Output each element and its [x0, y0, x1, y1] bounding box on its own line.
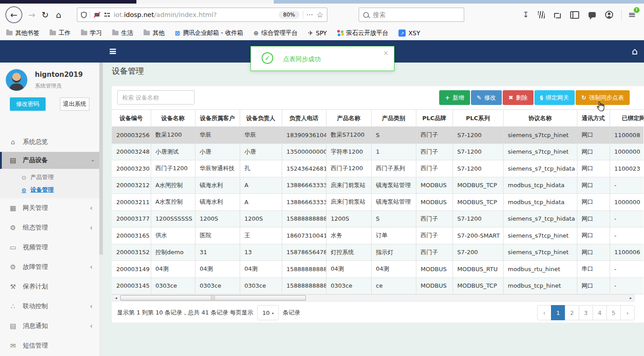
table-row[interactable]: 200003230西门子1200华辰智通科技孔15243642681西门子120… — [112, 160, 644, 177]
page-title: 设备管理 — [112, 66, 144, 76]
account-icon[interactable] — [605, 11, 613, 19]
url-text[interactable]: iot.idosp.net/admin/index.html? — [114, 11, 217, 18]
column-header[interactable]: 设备负责人 — [240, 110, 282, 127]
sidebar-item-product-management[interactable]: ⊙产品管理 — [0, 171, 99, 184]
sidebar-item-fault-management[interactable]: ⚙故障管理‹ — [0, 257, 99, 277]
page-prev-button[interactable]: ‹ — [537, 305, 551, 320]
table-row[interactable]: 2000031771200SSSSSS1200S1200S15888888888… — [112, 210, 644, 227]
bookmark-other-bookmarks[interactable]: 其他书签 — [6, 29, 39, 37]
screenshot-icon[interactable] — [554, 12, 561, 18]
table-cell: 200003152 — [112, 244, 151, 261]
sidebar-item-linkage-control[interactable]: ∴联动控制‹ — [0, 297, 99, 316]
avatar[interactable] — [5, 69, 28, 91]
scrollbar-thumb[interactable] — [99, 63, 103, 255]
scroll-left-arrow-icon[interactable]: ◂ — [113, 295, 119, 301]
horizontal-scrollbar[interactable]: ◂ ||| ▸ — [112, 294, 635, 302]
column-header[interactable]: 设备名称 — [151, 110, 195, 127]
table-cell: 数采1200 — [151, 127, 195, 144]
sidebar-scrollbar[interactable] — [99, 63, 103, 356]
bookmark-other[interactable]: 其他 — [144, 29, 165, 37]
bind-gateway-button[interactable]: §绑定网关 — [534, 90, 575, 105]
scroll-right-arrow-icon[interactable]: ▸ — [628, 295, 634, 301]
page-4-button[interactable]: 4 — [593, 305, 607, 320]
table-cell: 串口 — [577, 261, 610, 278]
browser-search-input[interactable] — [372, 11, 450, 19]
sidebar-item-product-device[interactable]: ▤产品设备› — [0, 152, 99, 169]
page-2-button[interactable]: 2 — [565, 305, 579, 320]
library-icon[interactable] — [538, 11, 545, 18]
table-row[interactable]: 200003211A水泵控制镇海水利A13886663333庶来门前泵站镇海泵站… — [112, 194, 644, 211]
page-5-button[interactable]: 5 — [606, 305, 621, 320]
pocket-icon[interactable] — [589, 12, 596, 17]
bookmark-spy[interactable]: ✈SPY — [308, 29, 326, 37]
column-header[interactable]: 负责人电话 — [282, 110, 326, 127]
button-label: 修改 — [484, 94, 496, 102]
back-button[interactable]: ← — [5, 6, 22, 23]
sidebar-item-maintenance-plan[interactable]: ⚒保养计划 — [0, 277, 99, 297]
edit-button[interactable]: ✎修改 — [471, 90, 502, 105]
column-header[interactable]: 已绑定网关 — [610, 110, 644, 127]
table-cell: modbus_rtu_hinet — [503, 261, 577, 278]
table-row[interactable]: 200003248小唐测试小唐小唐13500000000字符串12001西门子S… — [112, 143, 644, 160]
bookmark-work[interactable]: 工作 — [50, 29, 71, 37]
column-header[interactable]: 产品类别 — [371, 110, 416, 127]
add-button[interactable]: +新增 — [439, 90, 470, 105]
table-cell: 字符串1200 — [326, 143, 371, 160]
table-row[interactable]: 2000031450303ce0303ce0303ce1588888888803… — [112, 277, 644, 294]
page-actions-icon[interactable]: ⋯ — [306, 11, 314, 19]
blocked-content-icon[interactable] — [93, 12, 101, 18]
change-password-button[interactable]: 修改密码 — [10, 97, 46, 111]
bookmark-life[interactable]: 生活 — [112, 29, 133, 37]
column-header[interactable]: 设备所属客户 — [195, 110, 240, 127]
sidebar-item-gateway-management[interactable]: ▦网关管理‹ — [0, 198, 99, 218]
home-button[interactable]: ⌂ — [52, 8, 65, 21]
table-row[interactable]: 200003165供水医院王18607310041水务订单西门子S7-200-S… — [112, 227, 644, 244]
table-cell: 小唐 — [240, 143, 282, 160]
bookmark-study[interactable]: 学习 — [81, 29, 102, 37]
device-search-input[interactable] — [117, 90, 195, 105]
delete-button[interactable]: ✖删除 — [503, 90, 534, 105]
reload-button[interactable]: ↻ — [38, 8, 52, 21]
sidebar-item-configuration-management[interactable]: ⚙组态管理‹ — [0, 218, 99, 238]
sidebar-item-video-management[interactable]: ▭视频管理 — [0, 238, 99, 257]
column-header[interactable]: PLC系列 — [453, 110, 503, 127]
column-header[interactable]: PLC品牌 — [416, 110, 453, 127]
page-next-button[interactable]: › — [620, 305, 635, 320]
browser-search-box[interactable] — [359, 8, 464, 22]
table-row[interactable]: 200003256数采1200华辰华辰18390936104数采S71200S西… — [112, 127, 644, 144]
shield-icon[interactable] — [81, 12, 87, 18]
table-cell: 15888888888 — [282, 261, 326, 278]
forward-icon: → — [28, 10, 35, 20]
scrollbar-thumb[interactable]: ||| — [120, 295, 306, 301]
table-row[interactable]: 200003152控制demo311315878656478灯控系统指示灯西门子… — [112, 244, 644, 261]
sidebar-item-message-notification[interactable]: ▤消息通知‹ — [0, 316, 99, 336]
sidebar-item-sms-management[interactable]: ✉短信管理 — [0, 336, 99, 356]
page-3-button[interactable]: 3 — [579, 305, 593, 320]
sidebar-item-device-management[interactable]: ⊙设备管理 — [0, 184, 99, 196]
close-icon[interactable]: × — [383, 49, 389, 57]
sidebars-icon[interactable] — [570, 11, 579, 19]
download-icon[interactable]: ↧ — [522, 10, 529, 19]
column-header[interactable]: 设备编号 — [112, 110, 151, 127]
page-size-select[interactable]: 10 ▴ — [257, 305, 279, 320]
url-bar[interactable]: iot.idosp.net/admin/index.html? 80% ⋯ ☆ — [77, 8, 327, 22]
bookmark-star-icon[interactable]: ☆ — [317, 10, 323, 19]
table-row[interactable]: 200003212A水闸控制镇海水利A13886663333庶来门前泵站镇海泵站… — [112, 177, 644, 194]
column-header[interactable]: 产品名称 — [326, 110, 371, 127]
permissions-icon[interactable] — [104, 12, 110, 18]
column-header[interactable]: 协议名称 — [503, 110, 577, 127]
bookmark-ys7-open-platform[interactable]: 萤石云开放平台 — [337, 29, 389, 37]
zoom-level-badge[interactable]: 80% — [279, 11, 300, 19]
table-cell: 西门子 — [416, 244, 453, 261]
sidebar-item-system-overview[interactable]: ⌂系统总览 — [0, 132, 99, 152]
menu-button[interactable]: ≡ ↑ — [628, 9, 639, 20]
page-1-button[interactable]: 1 — [551, 305, 565, 320]
app-home-button[interactable]: ⌂ — [632, 46, 638, 57]
bookmark-tencent-mail[interactable]: ⊠腾讯企业邮箱 - 收件箱 — [175, 29, 243, 37]
logout-button[interactable]: 退出系统 — [60, 97, 89, 111]
forward-button[interactable]: → — [25, 8, 38, 21]
bookmark-xsy[interactable]: ↗XSY — [398, 29, 420, 37]
sidebar-toggle-button[interactable]: ≡ — [109, 46, 117, 57]
bookmark-admin-platform[interactable]: ⊕综合管理平台 — [254, 29, 298, 37]
table-row[interactable]: 20000314904测04测04测1588888888804测04测MODBU… — [112, 261, 644, 278]
